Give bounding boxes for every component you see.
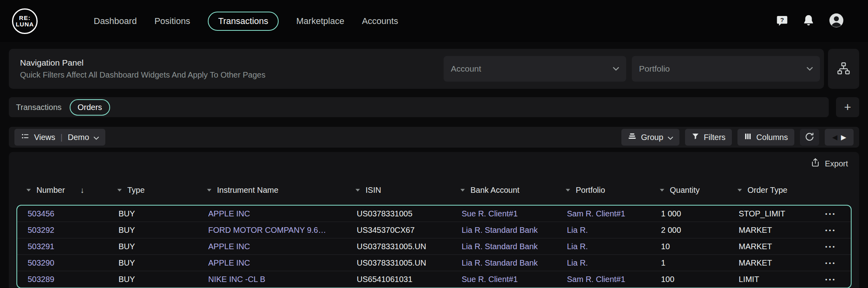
row-actions-button[interactable]: ••• [820, 276, 851, 283]
notifications-button[interactable] [802, 14, 815, 28]
export-icon [810, 158, 820, 170]
cell-order-type: LIMIT [739, 275, 820, 284]
page-next-icon[interactable]: ▶ [841, 133, 846, 142]
cell-number[interactable]: 503290 [28, 258, 119, 268]
nav-item-transactions[interactable]: Transactions [208, 12, 279, 31]
pagination-button[interactable]: ◀ ▶ [825, 129, 854, 146]
table-row[interactable]: 503290BUYAPPLE INCUS0378331005.UNLia R. … [17, 255, 851, 271]
cell-quantity: 1 000 [661, 209, 739, 218]
column-menu-icon[interactable] [660, 189, 664, 192]
column-menu-icon[interactable] [566, 189, 570, 192]
cell-order-type: MARKET [739, 242, 820, 251]
account-menu-button[interactable] [829, 13, 844, 29]
cell-instrument[interactable]: APPLE INC [208, 209, 357, 218]
cell-portfolio[interactable]: Lia R. [567, 258, 661, 268]
nav-item-positions[interactable]: Positions [155, 12, 190, 30]
cell-number[interactable]: 503291 [28, 242, 119, 251]
column-header-instrument-name[interactable]: Instrument Name [207, 186, 356, 195]
cell-isin: US345370CX67 [357, 226, 462, 235]
column-header-bank-account[interactable]: Bank Account [460, 186, 566, 195]
cell-order-type: MARKET [739, 226, 820, 235]
nav-item-accounts[interactable]: Accounts [362, 12, 398, 30]
views-label: Views [34, 133, 55, 142]
cell-bank[interactable]: Sue R. Client#1 [462, 209, 567, 218]
cell-portfolio[interactable]: Lia R. [567, 242, 661, 251]
column-header-quantity[interactable]: Quantity [660, 186, 737, 195]
help-button[interactable]: ? [776, 14, 788, 28]
row-actions-button[interactable]: ••• [820, 260, 851, 266]
cell-instrument[interactable]: FORD MOTOR COMPANY 9.6… [208, 226, 357, 235]
cell-bank[interactable]: Lia R. Standard Bank [462, 242, 567, 251]
column-header-order-type[interactable]: Order Type [737, 186, 819, 195]
export-row: Export [9, 152, 859, 175]
cell-bank[interactable]: Lia R. Standard Bank [462, 226, 567, 235]
cell-isin: US0378331005.UN [357, 258, 462, 268]
cell-instrument[interactable]: APPLE INC [208, 242, 357, 251]
brand-logo[interactable]: RE: LUNA [12, 8, 38, 34]
column-label: Quantity [670, 186, 699, 195]
column-menu-icon[interactable] [26, 189, 31, 192]
funnel-icon [691, 132, 699, 142]
table-row[interactable]: 503289BUYNIKE INC -CL BUS6541061031Sue R… [17, 271, 851, 288]
tab-orders[interactable]: Orders [70, 99, 110, 116]
column-header-isin[interactable]: ISIN [356, 186, 460, 195]
navigation-panel-row: Navigation Panel Quick Filters Affect Al… [9, 49, 859, 89]
cell-quantity: 1 [661, 258, 739, 268]
portfolio-select[interactable]: Portfolio [632, 56, 820, 82]
export-label: Export [825, 159, 848, 168]
column-label: ISIN [366, 186, 381, 195]
cell-portfolio[interactable]: Sam R. Client#1 [567, 209, 661, 218]
columns-button[interactable]: Columns [737, 129, 794, 146]
table-row[interactable]: 503292BUYFORD MOTOR COMPANY 9.6…US345370… [17, 222, 851, 238]
column-menu-icon[interactable] [207, 189, 211, 192]
hierarchy-button[interactable] [828, 49, 859, 89]
page-prev-icon[interactable]: ◀ [832, 133, 837, 142]
cell-number[interactable]: 503289 [28, 275, 119, 284]
help-icon: ? [776, 14, 788, 28]
org-chart-icon [836, 61, 851, 77]
sort-desc-icon[interactable]: ↓ [80, 186, 84, 195]
main-nav: DashboardPositionsTransactionsMarketplac… [94, 12, 398, 31]
account-select[interactable]: Account [444, 56, 626, 82]
column-menu-icon[interactable] [737, 189, 742, 192]
cell-bank[interactable]: Sue R. Client#1 [462, 275, 567, 284]
panel-title: Navigation Panel [20, 58, 265, 68]
row-actions-button[interactable]: ••• [820, 243, 851, 250]
brand-line-1: RE: [19, 15, 31, 21]
cell-portfolio[interactable]: Lia R. [567, 226, 661, 235]
column-menu-icon[interactable] [356, 189, 360, 192]
cell-portfolio[interactable]: Sam R. Client#1 [567, 275, 661, 284]
cell-bank[interactable]: Lia R. Standard Bank [462, 258, 567, 268]
export-button[interactable]: Export [810, 158, 848, 170]
nav-item-marketplace[interactable]: Marketplace [296, 12, 344, 30]
cell-number[interactable]: 503292 [28, 226, 119, 235]
column-menu-icon[interactable] [117, 189, 122, 192]
table-row[interactable]: 503456BUYAPPLE INCUS0378331005Sue R. Cli… [17, 206, 851, 222]
filters-button[interactable]: Filters [685, 129, 732, 146]
column-menu-icon[interactable] [460, 189, 465, 192]
cell-instrument[interactable]: NIKE INC -CL B [208, 275, 357, 284]
toolbar-right: Group Filters Columns [621, 129, 854, 146]
row-actions-button[interactable]: ••• [820, 210, 851, 217]
chevron-down-icon [668, 133, 673, 142]
views-button[interactable]: Views | Demo [14, 129, 105, 146]
column-header-number[interactable]: Number↓ [26, 186, 117, 195]
cell-type: BUY [119, 209, 208, 218]
cell-instrument[interactable]: APPLE INC [208, 258, 357, 268]
column-label: Type [127, 186, 145, 195]
row-actions-button[interactable]: ••• [820, 227, 851, 234]
chevron-down-icon [807, 65, 813, 72]
column-header-portfolio[interactable]: Portfolio [566, 186, 660, 195]
nav-item-dashboard[interactable]: Dashboard [94, 12, 137, 30]
column-header-type[interactable]: Type [117, 186, 207, 195]
top-bar: RE: LUNA DashboardPositionsTransactionsM… [0, 0, 868, 42]
table-row[interactable]: 503291BUYAPPLE INCUS0378331005.UNLia R. … [17, 238, 851, 255]
filters-label: Filters [704, 133, 725, 142]
cell-number[interactable]: 503456 [28, 209, 119, 218]
bell-icon [802, 14, 815, 28]
tab-transactions[interactable]: Transactions [16, 103, 62, 112]
group-button[interactable]: Group [621, 129, 679, 146]
add-tab-button[interactable]: + [836, 97, 859, 117]
refresh-button[interactable] [800, 129, 819, 146]
app-root: RE: LUNA DashboardPositionsTransactionsM… [0, 0, 868, 288]
